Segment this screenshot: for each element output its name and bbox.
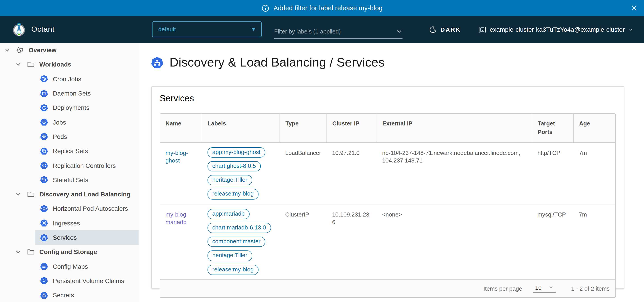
theme-toggle[interactable]: DARK <box>429 16 461 43</box>
persistent-volume-claims-icon <box>40 277 50 285</box>
external-ip-cell: <none> <box>377 204 532 280</box>
sidebar-item-config-and-storage[interactable]: Config and Storage <box>0 245 139 259</box>
items-per-page-value: 10 <box>535 284 542 291</box>
column-header-type: Type <box>280 114 327 143</box>
namespace-select[interactable]: default <box>152 21 262 37</box>
label-pill[interactable]: app:mariadb <box>207 209 250 219</box>
folder-icon <box>27 190 37 198</box>
service-link[interactable]: my-blog-mariadb <box>166 211 188 225</box>
main-content: Discovery & Load Balancing / Services Se… <box>139 43 644 302</box>
sidebar-item-services[interactable]: Services <box>35 230 139 245</box>
datagrid-footer: Items per page 10 1 - 2 of 2 items <box>160 280 616 297</box>
sidebar-item-replication-controllers[interactable]: Replication Controllers <box>0 158 139 173</box>
chevron-down-icon[interactable] <box>15 249 27 255</box>
services-icon <box>40 234 50 241</box>
column-header-name: Name <box>160 114 202 143</box>
services-datagrid: NameLabelsTypeCluster IPExternal IPTarge… <box>160 113 616 298</box>
app-title: Octant <box>31 16 54 43</box>
overview-icon <box>16 46 26 54</box>
chevron-down-icon <box>396 28 402 34</box>
daemon-sets-icon <box>40 90 50 97</box>
cluster-context-menu[interactable]: example-cluster-ka3TuTzYo4a@example-clus… <box>478 16 633 43</box>
column-header-labels: Labels <box>202 114 280 143</box>
label-pill[interactable]: release:my-blog <box>207 189 258 200</box>
sidebar-item-label: Daemon Sets <box>53 90 91 97</box>
label-filter-dropdown[interactable]: Filter by labels (1 applied) <box>274 24 402 39</box>
close-icon[interactable] <box>630 4 638 12</box>
sidebar-item-label: Pods <box>53 133 67 140</box>
sidebar-item-label: Horizontal Pod Autoscalers <box>53 205 128 212</box>
octant-logo-icon <box>11 21 27 37</box>
sidebar-item-pods[interactable]: Pods <box>0 130 139 144</box>
labels-cell: app:mariadbchart:mariadb-6.13.0component… <box>202 204 280 280</box>
chevron-down-icon[interactable] <box>15 191 27 197</box>
table-header-row: NameLabelsTypeCluster IPExternal IPTarge… <box>160 114 616 143</box>
age-cell: 7m <box>574 143 616 204</box>
sidebar-item-config-maps[interactable]: Config Maps <box>0 259 139 274</box>
namespace-value: default <box>158 26 176 33</box>
service-link[interactable]: my-blog-ghost <box>166 149 188 164</box>
sidebar-item-label: Ingresses <box>53 219 80 227</box>
sidebar-item-label: Workloads <box>39 61 71 68</box>
type-cell: LoadBalancer <box>280 143 327 204</box>
sidebar-item-label: Config and Storage <box>39 248 97 256</box>
sidebar-item-label: Secrets <box>53 292 74 299</box>
sidebar-item-label: Cron Jobs <box>53 75 82 82</box>
sidebar-item-ingresses[interactable]: Ingresses <box>0 216 139 230</box>
pods-icon <box>40 133 50 141</box>
chevron-down-icon[interactable] <box>4 47 16 53</box>
label-pill[interactable]: app:my-blog-ghost <box>207 147 265 157</box>
sidebar-nav: OverviewWorkloadsCron JobsDaemon SetsDep… <box>0 43 139 302</box>
label-pill[interactable]: heritage:Tiller <box>207 175 252 185</box>
column-header-external-ip: External IP <box>377 114 532 143</box>
sidebar-item-label: Overview <box>28 46 56 54</box>
sidebar-item-label: Replica Sets <box>53 147 88 154</box>
label-pill[interactable]: release:my-blog <box>207 265 258 275</box>
sidebar-item-stateful-sets[interactable]: Stateful Sets <box>0 172 139 187</box>
sidebar-item-discovery-and-load-balancing[interactable]: Discovery and Load Balancing <box>0 187 139 202</box>
label-pill[interactable]: chart:mariadb-6.13.0 <box>207 223 271 233</box>
chevron-down-icon <box>548 285 554 290</box>
sidebar-item-label: Deployments <box>53 104 89 111</box>
service-name-cell: my-blog-mariadb <box>160 204 202 280</box>
cron-jobs-icon <box>40 75 50 83</box>
sidebar-item-deployments[interactable]: Deployments <box>0 100 139 115</box>
sidebar-item-jobs[interactable]: Jobs <box>0 115 139 130</box>
replica-sets-icon <box>40 147 50 155</box>
label-pill[interactable]: chart:ghost-8.0.5 <box>207 161 261 172</box>
items-per-page-select[interactable]: 10 <box>533 284 556 293</box>
sidebar-item-overview[interactable]: Overview <box>0 43 139 57</box>
config-maps-icon <box>40 263 50 270</box>
sidebar-item-secrets[interactable]: Secrets <box>0 288 139 302</box>
sidebar-item-replica-sets[interactable]: Replica Sets <box>0 144 139 158</box>
sidebar-item-label: Config Maps <box>53 263 88 270</box>
alert-bar: Added filter for label release:my-blog <box>0 0 644 16</box>
services-table: NameLabelsTypeCluster IPExternal IPTarge… <box>160 114 616 280</box>
deployments-icon <box>40 104 50 112</box>
card-title: Services <box>160 93 616 104</box>
sidebar-item-workloads[interactable]: Workloads <box>0 57 139 72</box>
sidebar-item-label: Stateful Sets <box>53 176 88 183</box>
sidebar-item-label: Discovery and Load Balancing <box>39 191 130 198</box>
label-pill[interactable]: component:master <box>207 237 265 247</box>
label-pill[interactable]: heritage:Tiller <box>207 251 252 261</box>
target-ports-cell: mysql/TCP <box>532 204 573 280</box>
sidebar-item-horizontal-pod-autoscalers[interactable]: Horizontal Pod Autoscalers <box>0 202 139 216</box>
chevron-down-icon[interactable] <box>15 62 27 67</box>
external-ip-cell: nb-104-237-148-71.newark.nodebalancer.li… <box>377 143 532 204</box>
table-row: my-blog-mariadbapp:mariadbchart:mariadb-… <box>160 204 616 280</box>
service-heptagon-icon <box>151 56 163 69</box>
sidebar-item-cron-jobs[interactable]: Cron Jobs <box>0 72 139 86</box>
pagination-range: 1 - 2 of 2 items <box>571 285 610 292</box>
services-card: Services NameLabelsTypeCluster IPExterna… <box>151 86 624 289</box>
folder-icon <box>27 248 37 256</box>
horizontal-pod-autoscalers-icon <box>40 205 50 212</box>
chevron-down-icon <box>628 27 633 32</box>
sidebar-item-label: Replication Controllers <box>53 162 116 169</box>
column-header-cluster-ip: Cluster IP <box>327 114 377 143</box>
alert-message: Added filter for label release:my-blog <box>274 4 382 12</box>
sidebar-item-persistent-volume-claims[interactable]: Persistent Volume Claims <box>0 274 139 288</box>
ingresses-icon <box>40 219 50 227</box>
sidebar-item-daemon-sets[interactable]: Daemon Sets <box>0 86 139 101</box>
jobs-icon <box>40 118 50 126</box>
